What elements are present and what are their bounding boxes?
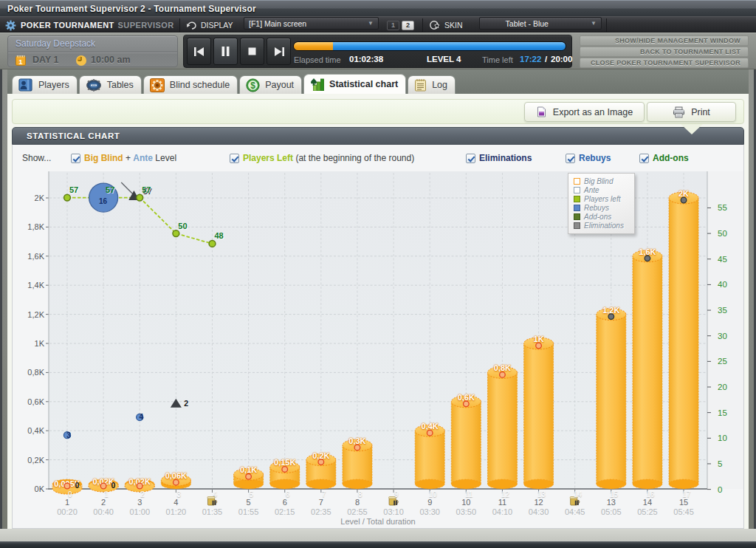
left-axis-tick-label: 1,6K — [27, 252, 44, 261]
ante-marker — [464, 401, 470, 407]
chart-panel: 0K0,2K0,4K0,6K0,8K1K1,2K1,4K1,6K1,8K2K05… — [12, 145, 744, 529]
checkbox-checked[interactable] — [566, 154, 575, 163]
left-axis-tick-label: 1K — [35, 339, 45, 348]
tab-blind-schedule[interactable]: Blind schedule — [143, 75, 238, 94]
ante-marker — [64, 483, 70, 489]
slot-index-label: 9 — [394, 490, 399, 499]
tab-log[interactable]: Log — [408, 75, 456, 94]
management-button[interactable]: BACK TO TOURNAMENT LIST — [580, 47, 749, 57]
management-button[interactable]: SHOW/HIDE MANAGEMENT WINDOW — [580, 35, 749, 46]
control-bar: Saturday Deepstack 1 DAY 1 10:00 am — [0, 32, 756, 69]
checkbox-checked[interactable] — [466, 154, 475, 163]
players-icon — [18, 78, 33, 92]
statistical-chart-icon — [310, 78, 324, 91]
tab-payout[interactable]: $Payout — [239, 75, 302, 94]
stop-button[interactable] — [240, 38, 264, 65]
chart-header: STATISTICAL CHART — [12, 127, 744, 145]
slot-index-label: 12 — [501, 490, 510, 499]
players-left-point — [209, 241, 216, 247]
management-button[interactable]: CLOSE POKER TOURNAMENT SUPERVISOR — [580, 58, 749, 68]
x-axis-time-label: 03:50 — [456, 507, 477, 516]
tab-statistical-chart[interactable]: Statistical chart — [303, 74, 406, 94]
next-button[interactable] — [267, 38, 291, 65]
x-axis-level-label: 2 — [101, 498, 106, 507]
checkbox-checked[interactable] — [639, 154, 649, 163]
legend-label: Eliminations — [584, 222, 624, 230]
x-axis-time-label: 02:35 — [311, 507, 331, 516]
tab-label: Payout — [265, 80, 294, 90]
bar-value-label: 0,2K — [312, 451, 329, 460]
slot-index-label: 2 — [140, 490, 145, 499]
checkbox-checked[interactable] — [71, 154, 80, 163]
tables-icon — [86, 79, 102, 92]
big-blind-bar: 0,3K — [343, 436, 372, 489]
x-axis-level-label: 14 — [643, 498, 652, 507]
progress-elapsed-segment — [294, 42, 333, 50]
x-axis-time-label: 01:35 — [202, 507, 223, 516]
show-checkbox-group: Big Blind + Ante Level — [71, 153, 176, 163]
right-axis-tick-label: 40 — [718, 280, 727, 289]
image-file-icon — [536, 106, 547, 117]
right-axis-tick-label: 25 — [718, 357, 727, 366]
window-frame-right — [749, 69, 756, 541]
x-axis-level-label: 7 — [319, 498, 323, 507]
big-blind-bar: 0,02K0 — [89, 477, 118, 492]
skin-select[interactable]: Tablet - Blue ▼ — [479, 17, 602, 30]
tournament-name: Saturday Deepstack — [16, 38, 95, 49]
players-left-point — [137, 194, 143, 201]
tabs-row: PlayersTablesBlind schedule$PayoutStatis… — [12, 74, 457, 94]
show-checkbox-group: Add-ons — [639, 153, 689, 163]
legend-swatch — [574, 205, 580, 211]
chart-legend: Big BlindAntePlayers leftRebuysAdd-onsEl… — [568, 173, 635, 234]
ante-marker — [681, 197, 687, 203]
tab-label: Log — [432, 80, 447, 90]
ante-marker — [608, 314, 614, 320]
display-select[interactable]: [F1] Main screen ▼ — [244, 17, 379, 30]
payout-icon: $ — [246, 78, 260, 92]
bar-value-label: 1,6K — [639, 247, 656, 256]
ante-label: 0 — [111, 481, 116, 490]
pause-icon — [221, 47, 230, 56]
right-axis-tick-label: 30 — [718, 332, 727, 340]
ante-marker — [536, 343, 542, 349]
stop-icon — [248, 47, 256, 55]
skin-icon — [429, 17, 440, 33]
players-left-label: 48 — [214, 231, 223, 240]
x-axis-time-label: 00:40 — [93, 507, 114, 516]
right-axis-tick-label: 55 — [718, 203, 727, 212]
series-toggle-label: Add-ons — [653, 153, 689, 163]
left-axis-tick-label: 0,2K — [27, 456, 44, 465]
timer-zone: Elapsed time 01:02:38 LEVEL 4 Time left … — [292, 35, 573, 69]
slot-index-label: 17 — [682, 490, 691, 499]
x-axis-level-label: 8 — [355, 498, 360, 507]
x-axis-time-label: 01:55 — [238, 507, 259, 516]
rebuys-marker-label: 3 — [66, 431, 71, 439]
big-blind-bar: 0,6K — [451, 393, 481, 489]
bar-value-label: 2K — [678, 189, 689, 198]
x-axis-time-label: 01:00 — [129, 507, 150, 516]
chart-header-title: STATISTICAL CHART — [27, 131, 120, 140]
management-buttons: SHOW/HIDE MANAGEMENT WINDOWBACK TO TOURN… — [580, 35, 749, 67]
export-image-button[interactable]: Export as an Image — [524, 102, 645, 122]
monitor-2-button[interactable]: 2 — [402, 21, 414, 30]
slot-index-label: 6 — [286, 490, 290, 499]
tab-players[interactable]: Players — [12, 75, 78, 94]
window-frame-bottom — [0, 529, 756, 541]
legend-item: Add-ons — [574, 212, 630, 221]
previous-button[interactable] — [187, 38, 211, 65]
legend-item: Rebuys — [574, 203, 630, 212]
x-axis-title: Level / Total duration — [340, 517, 415, 526]
x-axis-time-label: 03:10 — [383, 507, 404, 516]
slot-index-label: 10 — [428, 490, 437, 499]
print-callout-tail — [681, 124, 703, 134]
menu-separator — [179, 18, 180, 32]
print-button[interactable]: Print — [647, 102, 736, 122]
display-select-value: [F1] Main screen — [249, 19, 306, 28]
pause-button[interactable] — [213, 38, 238, 65]
checkbox-checked[interactable] — [230, 154, 239, 163]
tab-tables[interactable]: Tables — [79, 75, 142, 94]
elapsed-time-label: Elapsed time — [294, 55, 341, 64]
monitor-1-button[interactable]: 1 — [387, 21, 399, 30]
big-blind-bar: 0,02K — [125, 477, 154, 492]
series-toggle-label: Big Blind — [84, 153, 123, 163]
